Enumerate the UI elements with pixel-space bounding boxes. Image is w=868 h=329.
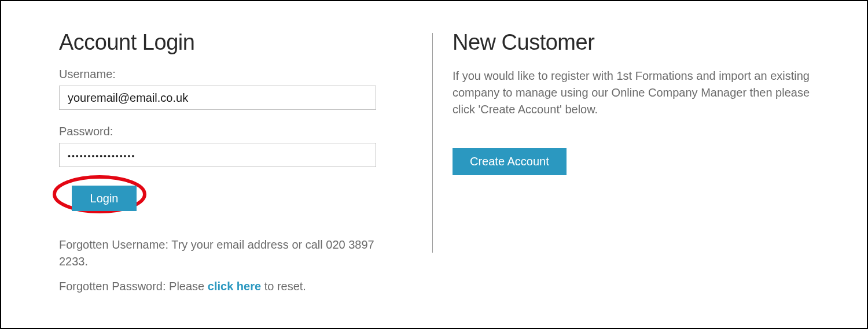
username-input[interactable] [59,86,376,110]
forgotten-username-text: Forgotten Username: Try your email addre… [59,236,383,270]
vertical-divider [432,33,433,253]
new-customer-description: If you would like to register with 1st F… [453,68,815,118]
forgotten-password-text: Forgotten Password: Please click here to… [59,278,383,295]
create-account-button[interactable]: Create Account [453,148,567,175]
login-section: Account Login Username: Password: Login … [59,30,406,305]
login-button-row: Login [59,180,383,226]
new-customer-heading: New Customer [453,30,815,55]
new-customer-section: New Customer If you would like to regist… [406,30,815,305]
forgot-password-link[interactable]: click here [208,280,261,293]
forgotten-password-suffix: to reset. [261,280,306,293]
forgotten-password-prefix: Forgotten Password: Please [59,280,208,293]
login-heading: Account Login [59,30,383,55]
password-label: Password: [59,125,383,138]
login-page-frame: Account Login Username: Password: Login … [0,0,868,329]
login-button[interactable]: Login [72,186,137,211]
password-input[interactable] [59,143,376,167]
username-label: Username: [59,68,383,81]
